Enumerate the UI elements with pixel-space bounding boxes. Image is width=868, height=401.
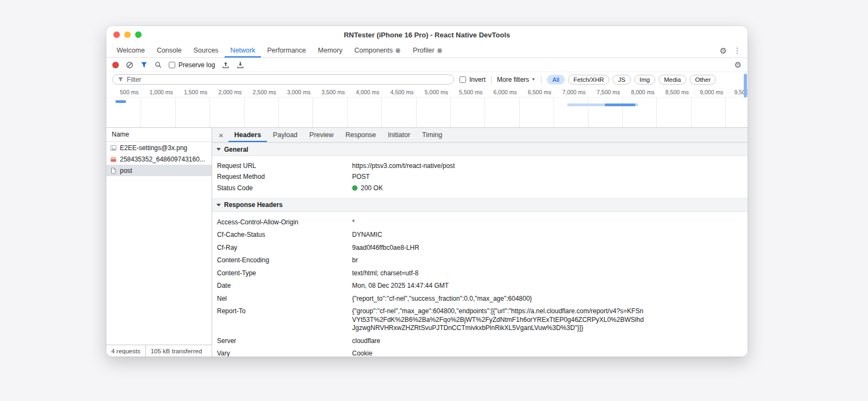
general-section-header[interactable]: General bbox=[212, 143, 748, 156]
export-har-icon[interactable] bbox=[237, 61, 244, 69]
header-row: Vary Cookie bbox=[212, 347, 748, 357]
tab-response[interactable]: Response bbox=[340, 128, 382, 142]
filter-pill-media[interactable]: Media bbox=[659, 75, 686, 85]
header-value: br bbox=[352, 256, 358, 265]
import-har-icon[interactable] bbox=[222, 61, 229, 69]
timeline-request-bar[interactable] bbox=[605, 104, 635, 106]
search-icon[interactable] bbox=[155, 61, 162, 68]
header-value: {"report_to":"cf-nel","success_fraction"… bbox=[352, 295, 532, 303]
filter-pill-img[interactable]: Img bbox=[634, 75, 655, 85]
clear-network-log-icon[interactable] bbox=[126, 61, 133, 69]
header-name: Date bbox=[217, 282, 352, 290]
timeline-gridline bbox=[416, 98, 417, 127]
invert-filter-toggle[interactable]: Invert bbox=[459, 76, 486, 83]
tab-console[interactable]: Console bbox=[151, 43, 188, 57]
network-main-area: Name E2EE-settings@3x.png 258435352_6486… bbox=[106, 128, 748, 357]
tab-sources[interactable]: Sources bbox=[188, 43, 225, 57]
network-status-bar: 4 requests 105 kB transferred bbox=[106, 345, 212, 357]
header-value: Cookie bbox=[352, 350, 372, 357]
tab-network[interactable]: Network bbox=[225, 43, 261, 57]
timeline-tick-label: 7,500 ms bbox=[584, 89, 620, 95]
preserve-log-toggle[interactable]: Preserve log bbox=[169, 61, 215, 69]
header-value: POST bbox=[352, 173, 370, 182]
filter-pill-other[interactable]: Other bbox=[690, 75, 716, 85]
zoom-window-button[interactable] bbox=[135, 31, 142, 38]
request-row[interactable]: 258435352_648609743160... bbox=[106, 153, 212, 165]
settings-gear-icon[interactable]: ⚙ bbox=[720, 47, 727, 55]
timeline-gridline bbox=[588, 98, 589, 127]
transferred-size: 105 kB transferred bbox=[151, 348, 202, 354]
devtools-window: RNTester (iPhone 16 Pro) - React Native … bbox=[106, 26, 748, 357]
header-value: {"group":"cf-nel","max_age":604800,"endp… bbox=[352, 307, 645, 333]
tab-headers[interactable]: Headers bbox=[228, 128, 267, 142]
filter-funnel-icon[interactable] bbox=[141, 61, 148, 68]
timeline-tick-label: 8,500 ms bbox=[653, 89, 689, 95]
general-section-title: General bbox=[224, 146, 248, 153]
filter-pill-fetch-xhr[interactable]: Fetch/XHR bbox=[568, 75, 609, 85]
header-value: DYNAMIC bbox=[352, 231, 382, 240]
tab-memory[interactable]: Memory bbox=[312, 43, 348, 57]
general-row: Request Method POST bbox=[212, 172, 748, 183]
timeline-gridline bbox=[244, 98, 245, 127]
devtools-tabbar-right: ⚙ ⋮ bbox=[720, 43, 748, 57]
filter-funnel-small-icon bbox=[118, 76, 124, 82]
preserve-log-checkbox[interactable] bbox=[169, 62, 175, 68]
minimize-window-button[interactable] bbox=[124, 31, 131, 38]
chevron-down-icon: ▼ bbox=[531, 77, 535, 82]
tab-welcome[interactable]: Welcome bbox=[111, 43, 151, 57]
response-headers-section-header[interactable]: Response Headers bbox=[212, 198, 748, 212]
vertical-scrollbar-thumb[interactable] bbox=[744, 74, 747, 98]
tab-payload[interactable]: Payload bbox=[267, 128, 303, 142]
tab-timing[interactable]: Timing bbox=[416, 128, 448, 142]
filter-input[interactable] bbox=[127, 76, 449, 83]
tab-performance[interactable]: Performance bbox=[261, 43, 312, 57]
header-row: Content-Encoding br bbox=[212, 254, 748, 267]
network-settings-gear-icon[interactable]: ⚙ bbox=[735, 61, 742, 69]
filter-input-field[interactable] bbox=[112, 74, 454, 85]
header-name: Report-To bbox=[217, 307, 352, 333]
header-name: Request Method bbox=[217, 173, 352, 182]
timeline-tick-label: 5,500 ms bbox=[446, 89, 482, 95]
tab-initiator[interactable]: Initiator bbox=[382, 128, 416, 142]
tab-components[interactable]: Components bbox=[348, 43, 407, 57]
filter-pill-all[interactable]: All bbox=[547, 75, 565, 85]
headers-detail-body: General Request URL https://ptsv3.com/t/… bbox=[212, 143, 748, 357]
timeline-tick-label: 2,000 ms bbox=[206, 89, 242, 95]
window-titlebar[interactable]: RNTester (iPhone 16 Pro) - React Native … bbox=[106, 26, 748, 43]
name-column-header[interactable]: Name bbox=[106, 128, 212, 142]
invert-checkbox[interactable] bbox=[459, 76, 466, 83]
close-window-button[interactable] bbox=[113, 31, 120, 38]
tab-profiler-label: Profiler bbox=[413, 47, 435, 54]
header-name: Cf-Cache-Status bbox=[217, 231, 352, 240]
header-row: Content-Type text/html; charset=utf-8 bbox=[212, 267, 748, 280]
header-row: Nel {"report_to":"cf-nel","success_fract… bbox=[212, 293, 748, 306]
tab-profiler[interactable]: Profiler bbox=[407, 43, 449, 57]
timeline-gridline bbox=[312, 98, 313, 127]
timeline-tick-label: 6,000 ms bbox=[481, 89, 517, 95]
more-options-kebab-icon[interactable]: ⋮ bbox=[733, 47, 741, 54]
more-filters-dropdown[interactable]: More filters ▼ bbox=[497, 76, 535, 83]
timeline-tick-label: 4,500 ms bbox=[378, 89, 414, 95]
filter-pill-js[interactable]: JS bbox=[612, 75, 630, 85]
header-value: Mon, 08 Dec 2025 14:47:44 GMT bbox=[352, 282, 449, 290]
request-name: 258435352_648609743160... bbox=[120, 156, 205, 163]
timeline-gridline bbox=[347, 98, 348, 127]
tab-components-label: Components bbox=[354, 47, 393, 54]
request-detail-tab-bar: × Headers Payload Preview Response Initi… bbox=[212, 128, 748, 143]
timeline-request-bar[interactable] bbox=[116, 100, 126, 103]
request-row[interactable]: E2EE-settings@3x.png bbox=[106, 142, 212, 153]
timeline-tick-label: 1,500 ms bbox=[171, 89, 207, 95]
record-network-log-icon[interactable] bbox=[112, 62, 119, 68]
request-row-selected[interactable]: post bbox=[106, 165, 212, 176]
timeline-overview[interactable]: 500 ms1,000 ms1,500 ms2,000 ms2,500 ms3,… bbox=[106, 87, 748, 128]
header-value: 200 OK bbox=[352, 184, 383, 193]
header-name: Content-Encoding bbox=[217, 256, 352, 265]
request-type-filters: All Fetch/XHR JS Img Media Other bbox=[547, 75, 716, 85]
timeline-tick-label: 5,000 ms bbox=[412, 89, 448, 95]
timeline-gridline bbox=[381, 98, 382, 127]
header-name: Request URL bbox=[217, 162, 352, 171]
header-row: Access-Control-Allow-Origin * bbox=[212, 216, 748, 229]
timeline-gridline bbox=[175, 98, 176, 127]
close-detail-icon[interactable]: × bbox=[212, 131, 228, 139]
tab-preview[interactable]: Preview bbox=[303, 128, 339, 142]
